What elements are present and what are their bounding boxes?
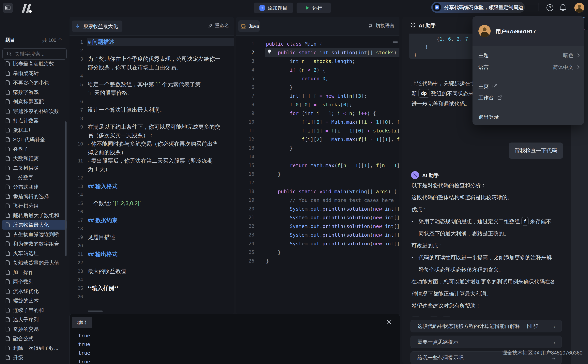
- sidebar-item[interactable]: 两个数列: [2, 277, 67, 286]
- avatar: [478, 25, 491, 37]
- code-line[interactable]: 14: [236, 152, 399, 161]
- user-avatar[interactable]: [574, 3, 584, 13]
- desc-line: 18: [70, 224, 234, 233]
- code-line[interactable]: 20 System.out.println(solution(new int[]…: [236, 204, 399, 213]
- add-problem-button[interactable]: 添加题目: [254, 3, 293, 13]
- code-line[interactable]: 18 public static void main(String[] args…: [236, 187, 399, 196]
- minimap[interactable]: [393, 41, 398, 43]
- document-icon: [6, 184, 10, 189]
- code-line[interactable]: 15 return Math.max(f[n - 1][1], f[n - 1]…: [236, 161, 399, 170]
- sidebar-item[interactable]: 猜数字游戏: [2, 87, 67, 97]
- sidebar-item[interactable]: 打点计数器: [2, 116, 67, 125]
- menu-item-home[interactable]: 主页: [472, 80, 584, 92]
- code-line[interactable]: 23 System.out.println(solution(new int[]…: [236, 231, 399, 239]
- sidebar-item[interactable]: 奇妙的交易: [2, 324, 67, 334]
- run-button[interactable]: 运行: [297, 3, 331, 13]
- sidebar-item[interactable]: 融合公式: [2, 334, 67, 343]
- suggestion-chip[interactable]: 这段代码中状态转移方程的计算逻辑能再解释一下吗?→: [411, 320, 562, 332]
- sidebar-item[interactable]: 暴雨梨花针: [2, 69, 67, 78]
- code-line[interactable]: 22 System.out.println(solution(new int[]…: [236, 222, 399, 231]
- sidebar-item[interactable]: 二分数字: [2, 173, 67, 182]
- thumbs-down-button[interactable]: [442, 316, 451, 317]
- sidebar-item[interactable]: 不再贪心的小包: [2, 78, 67, 87]
- sidebar-item[interactable]: 连续子串的和: [2, 305, 67, 315]
- code-line[interactable]: 12 f[i][2] = Math.max(f[i - 1][1], f[i -…: [236, 135, 399, 144]
- code-line[interactable]: 1public class Main {: [236, 39, 399, 48]
- menu-item-logout[interactable]: 退出登录: [472, 111, 584, 123]
- sidebar-item[interactable]: 货船载货量的最大值: [2, 258, 67, 267]
- code-line[interactable]: 11 f[i][1] = f[i - 1][0] + stocks[i];: [236, 126, 399, 135]
- editor-panel: Java 切换语言 1public class Main {2 public s…: [236, 17, 399, 314]
- promo-banner[interactable]: 分享代码练习体验，领限量定制周边: [431, 2, 525, 13]
- document-icon: [6, 326, 10, 332]
- sidebar-item[interactable]: 飞行棋分组: [2, 201, 67, 211]
- sidebar-item[interactable]: 二叉树供暖: [2, 163, 67, 173]
- menu-item-theme[interactable]: 主题 暗色: [472, 49, 584, 61]
- code-line[interactable]: 5 return 0;: [236, 74, 399, 83]
- problem-tab[interactable]: 股票收益最大化: [72, 20, 122, 32]
- document-icon: [6, 345, 10, 351]
- sidebar-item[interactable]: 股票收益最大化: [2, 220, 67, 230]
- suggestion-chip[interactable]: 需要一点思路提示→: [411, 336, 562, 348]
- sidebar-item[interactable]: 和为偶数的数字组合: [2, 239, 67, 248]
- document-icon: [6, 99, 10, 104]
- code-line[interactable]: 2 public static int solution(int[] stock…: [236, 48, 399, 57]
- code-line[interactable]: 16 }: [236, 170, 399, 178]
- code-line[interactable]: 24 System.out.println(solution(new int[]…: [236, 239, 399, 248]
- sidebar-item[interactable]: 迷人子序列: [2, 315, 67, 324]
- desc-line: 6: [70, 97, 234, 106]
- user-menu-dropdown: 用户6759661917 主题 暗色 语言 简体中文 主页: [472, 16, 584, 125]
- sidebar-item[interactable]: 升级: [2, 353, 67, 362]
- regenerate-button[interactable]: [412, 316, 420, 317]
- output-tab[interactable]: 输出: [72, 317, 92, 328]
- user-message-bubble: 帮我检查一下代码: [509, 143, 563, 159]
- menu-item-workspace[interactable]: 工作台: [472, 92, 584, 104]
- problem-panel-header: 股票收益最大化 重命名: [70, 17, 234, 36]
- sidebar-toggle-button[interactable]: [3, 3, 13, 13]
- document-icon: [6, 203, 10, 208]
- java-icon: [241, 24, 246, 29]
- switch-language-button[interactable]: 切换语言: [368, 22, 394, 29]
- code-line[interactable]: 17: [236, 178, 399, 187]
- document-icon: [6, 317, 10, 322]
- code-line[interactable]: 25 }: [236, 248, 399, 257]
- sidebar-item[interactable]: 比赛最高获胜次数: [2, 59, 67, 69]
- sidebar-item[interactable]: SQL 代码补全: [2, 135, 67, 144]
- sidebar-item[interactable]: 删除一次得到子数...: [2, 343, 67, 353]
- code-line[interactable]: 26}: [236, 257, 399, 265]
- desc-hscrollbar[interactable]: [88, 311, 103, 312]
- sidebar-item[interactable]: 数据表是否能顺利...: [2, 362, 67, 364]
- code-line[interactable]: 4 if (n < 2) {: [236, 65, 399, 74]
- code-line[interactable]: 8 f[0][0] = -stocks[0];: [236, 100, 399, 109]
- sidebar-item[interactable]: 创意标题匹配: [2, 97, 67, 106]
- code-line[interactable]: 19 // You can add more test cases here: [236, 196, 399, 204]
- code-line[interactable]: 13 }: [236, 144, 399, 152]
- code-line[interactable]: 7 int[][] f = new int[n][3];: [236, 91, 399, 100]
- code-line[interactable]: 9 for (int i = 1; i < n; i++) {: [236, 109, 399, 118]
- sidebar-item[interactable]: 番茄编辑的选择: [2, 192, 67, 201]
- sidebar-item[interactable]: 古生物血缘远近判断: [2, 230, 67, 239]
- sidebar-item[interactable]: 分布式团建: [2, 182, 67, 192]
- sidebar-item[interactable]: 大数和距离: [2, 154, 67, 163]
- sidebar-item[interactable]: 翻转后最大子数组和: [2, 211, 67, 220]
- thumbs-up-button[interactable]: [430, 316, 438, 317]
- sidebar-scrollbar[interactable]: [65, 121, 66, 256]
- code-line[interactable]: 21 System.out.println(solution(new int[]…: [236, 213, 399, 222]
- code-line[interactable]: 6 }: [236, 83, 399, 91]
- search-input[interactable]: 关键字搜索...: [2, 48, 67, 60]
- sidebar-item[interactable]: 叠盘子: [2, 144, 67, 154]
- sidebar-item[interactable]: 流水线优化: [2, 286, 67, 296]
- sidebar-item[interactable]: 蛋糕工厂: [2, 125, 67, 135]
- code-line[interactable]: 10 f[i][0] = Math.max(f[i - 1][0], f[i -…: [236, 118, 399, 126]
- language-tab[interactable]: Java: [238, 20, 260, 32]
- sidebar-item[interactable]: 穿越沙漠的补给次数: [2, 106, 67, 116]
- rename-button[interactable]: 重命名: [208, 22, 229, 29]
- sidebar-item[interactable]: 螺旋的艺术: [2, 296, 67, 305]
- output-line: true: [78, 349, 90, 358]
- code-line[interactable]: 3 int n = stocks.length;: [236, 57, 399, 65]
- document-icon: [6, 128, 10, 133]
- menu-item-language[interactable]: 语言 简体中文: [472, 61, 584, 73]
- output-line: true: [78, 332, 90, 340]
- sidebar-item[interactable]: 火车站选址: [2, 248, 67, 258]
- sidebar-item[interactable]: 加一操作: [2, 267, 67, 277]
